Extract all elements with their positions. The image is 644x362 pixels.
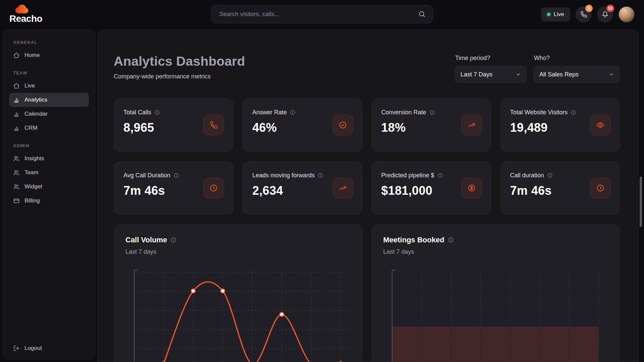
filters: Time period? Last 7 Days Who? All Sales … — [454, 55, 620, 83]
sidebar-nav: GENERALHomeTEAMLiveAnalyticsCalendarCRMA… — [9, 40, 89, 208]
stat-label: Answer Rate — [252, 109, 287, 116]
phone-icon — [580, 11, 587, 18]
chevron-down-icon — [608, 71, 614, 77]
info-icon[interactable] — [290, 110, 296, 115]
stat-card-conversion-rate: Conversion Rate18% — [372, 99, 491, 152]
info-icon[interactable] — [318, 173, 323, 178]
stat-label: Avg Call Duration — [123, 172, 170, 179]
stat-card-leads-moving-forwards: Leads moving forwards2,634 — [243, 162, 362, 215]
main-panel: Analytics Dashboard Company-wide perform… — [97, 29, 639, 362]
topbar: Reacho Live 1 53 — [0, 0, 644, 29]
search-input[interactable] — [211, 11, 418, 18]
scrollbar-thumb[interactable] — [640, 177, 642, 227]
logout-icon — [13, 345, 20, 352]
sidebar-item-label: Home — [24, 52, 40, 59]
card-icon — [13, 197, 20, 204]
stat-label: Call duration — [510, 172, 544, 179]
page-header: Analytics Dashboard Company-wide perform… — [114, 54, 245, 80]
sidebar-item-label: Insights — [24, 155, 44, 162]
stat-label: Conversion Rate — [381, 109, 426, 116]
stats-grid: Total Calls8,965Answer Rate46%Conversion… — [114, 99, 620, 215]
live-status-badge[interactable]: Live — [541, 7, 570, 21]
trend-up-icon — [332, 178, 353, 198]
call-volume-chart-card: Call Volume Last 7 days — [114, 225, 362, 362]
phone-icon — [203, 115, 224, 135]
sidebar-item-label: Widget — [24, 183, 42, 190]
who-value: All Sales Reps — [539, 71, 579, 78]
calls-button[interactable]: 1 — [576, 6, 592, 22]
info-icon[interactable] — [547, 173, 553, 178]
sidebar-item-billing[interactable]: Billing — [9, 194, 89, 208]
users-icon — [13, 155, 20, 162]
users-icon — [13, 169, 20, 176]
chart-subtitle: Last 7 days — [383, 248, 608, 255]
chart-icon — [13, 111, 20, 117]
stat-card-total-website-visitors: Total Website Visitors19,489 — [500, 99, 620, 152]
sidebar-section-label: ADMIN — [13, 143, 85, 148]
stat-label: Total Website Visitors — [510, 109, 568, 116]
live-dot-icon — [547, 13, 550, 16]
chart-icon — [13, 97, 20, 103]
sidebar-item-label: Calendar — [24, 111, 48, 117]
sidebar-section-label: GENERAL — [13, 40, 85, 45]
info-icon[interactable] — [437, 173, 443, 178]
sidebar-item-live[interactable]: Live — [9, 79, 89, 93]
users-icon — [13, 183, 20, 190]
sidebar-item-home[interactable]: Home — [9, 48, 89, 62]
sidebar-item-label: CRM — [24, 125, 38, 131]
home-icon — [13, 82, 20, 89]
time-period-select[interactable]: Last 7 Days — [454, 66, 527, 83]
sidebar-item-analytics[interactable]: Analytics — [9, 93, 89, 107]
info-icon[interactable] — [170, 237, 176, 243]
sidebar-item-widget[interactable]: Widget — [9, 180, 89, 194]
brand-name: Reacho — [9, 13, 42, 24]
sidebar-item-calendar[interactable]: Calendar — [9, 107, 89, 121]
trend-up-icon — [461, 115, 482, 135]
info-icon[interactable] — [448, 237, 454, 243]
notifications-button[interactable]: 53 — [597, 6, 613, 22]
avatar[interactable] — [619, 6, 635, 22]
info-icon[interactable] — [429, 110, 435, 115]
chart-icon — [13, 125, 20, 131]
stat-label: Total Calls — [123, 109, 151, 116]
sidebar-item-crm[interactable]: CRM — [9, 121, 89, 135]
live-label: Live — [554, 11, 564, 18]
logout-button[interactable]: Logout — [13, 345, 42, 352]
stat-card-total-calls: Total Calls8,965 — [114, 99, 233, 152]
eye-icon — [590, 115, 611, 135]
who-select[interactable]: All Sales Reps — [533, 66, 620, 83]
sidebar-item-label: Live — [24, 82, 35, 89]
cloud-logo-icon — [15, 5, 30, 14]
sidebar-item-insights[interactable]: Insights — [9, 152, 89, 166]
meetings-booked-chart-card: Meetings Booked Last 7 days — [372, 225, 620, 362]
dollar-icon — [461, 178, 482, 198]
sidebar-item-label: Billing — [24, 197, 40, 204]
bell-icon — [601, 11, 609, 18]
info-icon[interactable] — [173, 173, 179, 178]
search-icon[interactable] — [418, 10, 426, 18]
clock-icon — [590, 178, 611, 198]
chart-title: Call Volume — [125, 236, 167, 244]
stat-card-avg-call-duration: Avg Call Duration7m 46s — [114, 162, 233, 215]
clock-icon — [203, 178, 224, 198]
chart-subtitle: Last 7 days — [125, 248, 351, 255]
stat-label: Leads moving forwards — [252, 172, 315, 179]
notifications-badge: 53 — [606, 5, 614, 12]
sidebar: GENERALHomeTEAMLiveAnalyticsCalendarCRMA… — [3, 29, 95, 359]
stat-card-predicted-pipeline: Predicted pipeline $$181,000 — [372, 162, 491, 215]
call-volume-chart — [125, 269, 351, 362]
check-circle-icon — [332, 115, 353, 135]
sidebar-item-label: Team — [24, 169, 39, 176]
sidebar-item-team[interactable]: Team — [9, 166, 89, 180]
who-label: Who? — [534, 55, 620, 62]
chart-title: Meetings Booked — [383, 236, 444, 244]
logout-label: Logout — [24, 345, 42, 352]
stat-label: Predicted pipeline $ — [381, 172, 434, 179]
brand-logo[interactable]: Reacho — [9, 5, 42, 24]
stat-card-answer-rate: Answer Rate46% — [243, 99, 362, 152]
info-icon[interactable] — [154, 110, 160, 115]
info-icon[interactable] — [571, 110, 576, 115]
stat-card-call-duration: Call duration7m 46s — [500, 162, 620, 215]
topbar-actions: Live 1 53 — [541, 6, 635, 22]
search-bar — [211, 5, 433, 23]
